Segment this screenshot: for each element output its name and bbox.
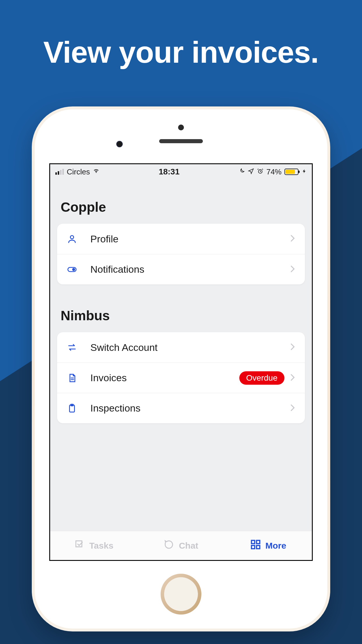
svg-rect-6 xyxy=(252,540,255,544)
tab-label: Tasks xyxy=(89,541,113,551)
person-icon xyxy=(67,234,90,244)
row-label: Invoices xyxy=(90,372,239,384)
svg-point-3 xyxy=(73,268,75,270)
clipboard-icon xyxy=(67,403,90,413)
grid-icon xyxy=(250,539,261,552)
row-inspections[interactable]: Inspections xyxy=(57,393,305,423)
moon-icon xyxy=(238,167,245,176)
row-label: Notifications xyxy=(90,264,290,275)
row-label: Inspections xyxy=(90,402,290,414)
document-icon xyxy=(67,373,90,383)
battery-pct-label: 74% xyxy=(266,167,282,176)
tab-tasks[interactable]: Tasks xyxy=(50,531,137,560)
wifi-icon xyxy=(93,167,100,176)
phone-bezel: Circles 18:31 xyxy=(35,109,327,629)
row-invoices[interactable]: Invoices Overdue xyxy=(57,363,305,393)
section-title-nimbus: Nimbus xyxy=(50,308,312,332)
section-title-copple: Copple xyxy=(50,199,312,224)
chevron-right-icon xyxy=(290,374,295,382)
tab-label: More xyxy=(265,541,286,551)
toggle-icon xyxy=(67,265,90,274)
promo-backdrop: View your invoices. Circles xyxy=(0,0,362,644)
svg-rect-9 xyxy=(257,545,260,549)
row-label: Switch Account xyxy=(90,342,290,353)
location-arrow-icon xyxy=(248,167,254,176)
svg-rect-8 xyxy=(252,545,255,549)
chevron-right-icon xyxy=(290,265,295,274)
sensor-dot-icon xyxy=(178,125,184,130)
section-card-nimbus: Switch Account Invoices Overdue xyxy=(57,332,305,423)
tasks-icon xyxy=(74,539,85,552)
svg-point-1 xyxy=(70,236,73,239)
switch-icon xyxy=(67,342,90,352)
settings-content: Copple Profile xyxy=(50,179,312,531)
carrier-label: Circles xyxy=(67,167,90,176)
app-screen: Circles 18:31 xyxy=(49,163,313,561)
tab-bar: Tasks Chat More xyxy=(50,531,312,560)
row-notifications[interactable]: Notifications xyxy=(57,254,305,284)
phone-frame: Circles 18:31 xyxy=(32,106,330,631)
svg-rect-7 xyxy=(257,540,260,544)
alarm-icon xyxy=(257,167,263,176)
overdue-badge: Overdue xyxy=(239,371,284,385)
chevron-right-icon xyxy=(290,343,295,352)
promo-title: View your invoices. xyxy=(0,35,362,70)
tab-label: Chat xyxy=(179,541,198,551)
chevron-right-icon xyxy=(290,235,295,243)
battery-icon xyxy=(284,169,298,175)
tab-more[interactable]: More xyxy=(225,531,312,560)
speaker-grille-icon xyxy=(159,139,203,143)
chat-icon xyxy=(164,539,175,552)
chevron-right-icon xyxy=(290,404,295,413)
row-profile[interactable]: Profile xyxy=(57,224,305,254)
tab-chat[interactable]: Chat xyxy=(137,531,224,560)
charging-icon xyxy=(302,168,307,176)
row-switch-account[interactable]: Switch Account xyxy=(57,332,305,363)
clock-label: 18:31 xyxy=(100,167,238,176)
status-bar: Circles 18:31 xyxy=(50,164,312,179)
section-card-copple: Profile Notifications xyxy=(57,224,305,284)
camera-dot-icon xyxy=(116,141,123,147)
signal-icon xyxy=(55,169,64,175)
home-button[interactable] xyxy=(161,574,201,615)
row-label: Profile xyxy=(90,233,290,245)
